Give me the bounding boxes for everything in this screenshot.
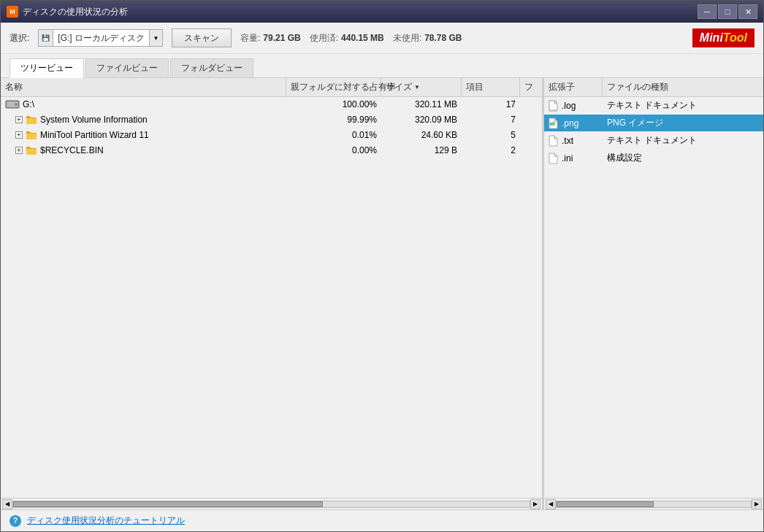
scrollbar-track[interactable]: [12, 501, 530, 508]
window-controls: ─ □ ✕: [698, 4, 757, 19]
col-items[interactable]: 項目: [462, 78, 520, 96]
drive-icon: 💾: [39, 30, 53, 46]
scrollbar-thumb[interactable]: [13, 501, 323, 507]
title-bar: M ディスクの使用状況の分析 ─ □ ✕: [1, 1, 763, 23]
type-text: PNG イメージ: [603, 115, 763, 131]
col-ext[interactable]: 拡張子: [544, 78, 603, 96]
maximize-button[interactable]: □: [718, 4, 737, 19]
used-value: 440.15 MB: [341, 33, 384, 43]
row-percent: 99.99%: [286, 112, 381, 127]
row-items: 17: [462, 97, 520, 112]
table-row[interactable]: .log テキスト ドキュメント: [544, 97, 763, 115]
col-size[interactable]: サイズ ▼: [381, 78, 462, 96]
table-row[interactable]: .png PNG イメージ: [544, 115, 763, 132]
ext-text: .txt: [562, 136, 573, 146]
type-text: テキスト ドキュメント: [603, 132, 763, 149]
name-cell: + $RECYCLE.BIN: [1, 143, 286, 158]
footer: ? ディスク使用状況分析のチュートリアル: [1, 509, 763, 531]
ext-text: .log: [562, 101, 576, 111]
used-label: 使用済:: [310, 32, 338, 45]
drive-icon: [5, 99, 20, 109]
tab-folder[interactable]: フォルダビュー: [170, 58, 253, 77]
file-icon: [549, 153, 559, 164]
logo-mini: Mini: [700, 31, 723, 44]
ext-cell: .ini: [544, 150, 603, 166]
row-name: System Volume Information: [40, 115, 148, 125]
tab-tree[interactable]: ツリービュー: [9, 58, 84, 78]
scrollbar-track[interactable]: [556, 501, 752, 508]
type-text: 構成設定: [603, 150, 763, 166]
row-items: 7: [462, 112, 520, 127]
col-name[interactable]: 名称: [1, 78, 286, 96]
file-icon: [549, 135, 559, 147]
table-row[interactable]: + System Volume Information 99.99% 320.0…: [1, 112, 542, 128]
type-text: テキスト ドキュメント: [603, 97, 763, 114]
scroll-right-arrow[interactable]: ▶: [752, 499, 762, 509]
left-horizontal-scrollbar[interactable]: ◀ ▶: [1, 498, 542, 509]
drive-select[interactable]: 💾 [G:] ローカルディスク ▼: [38, 29, 163, 47]
capacity-stat: 容量: 79.21 GB: [240, 32, 301, 45]
tutorial-link[interactable]: ディスク使用状況分析のチュートリアル: [27, 514, 185, 527]
table-row[interactable]: + MiniTool Partition Wizard 11 0.01% 24.…: [1, 128, 542, 143]
scroll-left-arrow[interactable]: ◀: [2, 499, 12, 509]
ext-text: .png: [562, 118, 578, 128]
folder-icon: [26, 130, 37, 140]
tab-bar: ツリービュー ファイルビュー フォルダビュー: [1, 54, 763, 78]
ext-text: .ini: [562, 153, 573, 163]
minimize-button[interactable]: ─: [698, 4, 717, 19]
scroll-left-arrow[interactable]: ◀: [546, 499, 556, 509]
scrollbar-thumb[interactable]: [557, 501, 654, 507]
app-logo: MiniTool: [692, 28, 755, 47]
close-button[interactable]: ✕: [738, 4, 757, 19]
folder-icon: [26, 115, 37, 125]
left-panel: 名称 親フォルダに対する占有率 サイズ ▼ 項目 フ: [1, 78, 544, 509]
scan-button[interactable]: スキャン: [172, 28, 232, 47]
col-percent[interactable]: 親フォルダに対する占有率: [286, 78, 381, 96]
name-cell: + MiniTool Partition Wizard 11: [1, 128, 286, 142]
col-filetype[interactable]: ファイルの種類: [603, 78, 763, 96]
window-title: ディスクの使用状況の分析: [23, 6, 698, 18]
table-row[interactable]: + $RECYCLE.BIN 0.00% 129 B 2: [1, 143, 542, 158]
main-content: 名称 親フォルダに対する占有率 サイズ ▼ 項目 フ: [1, 78, 763, 509]
table-row[interactable]: .ini 構成設定: [544, 150, 763, 167]
capacity-value: 79.21 GB: [263, 33, 300, 43]
svg-rect-5: [552, 122, 555, 126]
left-table-body: G:\ 100.00% 320.11 MB 17 + Sys: [1, 97, 542, 498]
row-name: $RECYCLE.BIN: [40, 145, 104, 155]
right-table-body: .log テキスト ドキュメント .png: [544, 97, 763, 498]
name-cell: G:\: [1, 97, 286, 112]
main-window: M ディスクの使用状況の分析 ─ □ ✕ 選択: 💾 [G:] ローカルディスク…: [0, 0, 764, 532]
row-f: [520, 148, 542, 153]
row-items: 5: [462, 128, 520, 142]
ext-cell: .log: [544, 98, 603, 114]
expand-icon[interactable]: +: [15, 147, 23, 154]
left-table-header: 名称 親フォルダに対する占有率 サイズ ▼ 項目 フ: [1, 78, 542, 97]
table-row[interactable]: .txt テキスト ドキュメント: [544, 132, 763, 150]
row-size: 24.60 KB: [381, 128, 462, 142]
file-icon: [549, 100, 559, 112]
sort-arrow-icon: ▼: [414, 84, 420, 90]
row-name: G:\: [23, 99, 34, 109]
help-icon[interactable]: ?: [9, 515, 21, 527]
row-percent: 0.01%: [286, 128, 381, 142]
row-f: [520, 133, 542, 137]
row-f: [520, 117, 542, 122]
dropdown-arrow-icon[interactable]: ▼: [149, 30, 162, 46]
expand-icon[interactable]: +: [15, 116, 23, 123]
right-horizontal-scrollbar[interactable]: ◀ ▶: [544, 498, 763, 509]
row-items: 2: [462, 143, 520, 158]
expand-icon[interactable]: +: [15, 131, 23, 139]
used-stat: 使用済: 440.15 MB: [310, 32, 384, 45]
ext-cell: .png: [544, 115, 603, 131]
table-row[interactable]: G:\ 100.00% 320.11 MB 17: [1, 97, 542, 112]
drive-text: [G:] ローカルディスク: [53, 32, 149, 45]
select-label: 選択:: [9, 32, 29, 45]
toolbar: 選択: 💾 [G:] ローカルディスク ▼ スキャン 容量: 79.21 GB …: [1, 23, 763, 54]
scroll-right-arrow[interactable]: ▶: [530, 499, 540, 509]
row-size: 320.09 MB: [381, 112, 462, 127]
row-f: [520, 102, 542, 107]
row-percent: 0.00%: [286, 143, 381, 158]
ext-cell: .txt: [544, 133, 603, 149]
col-f[interactable]: フ: [520, 78, 542, 96]
tab-file[interactable]: ファイルビュー: [85, 58, 169, 77]
